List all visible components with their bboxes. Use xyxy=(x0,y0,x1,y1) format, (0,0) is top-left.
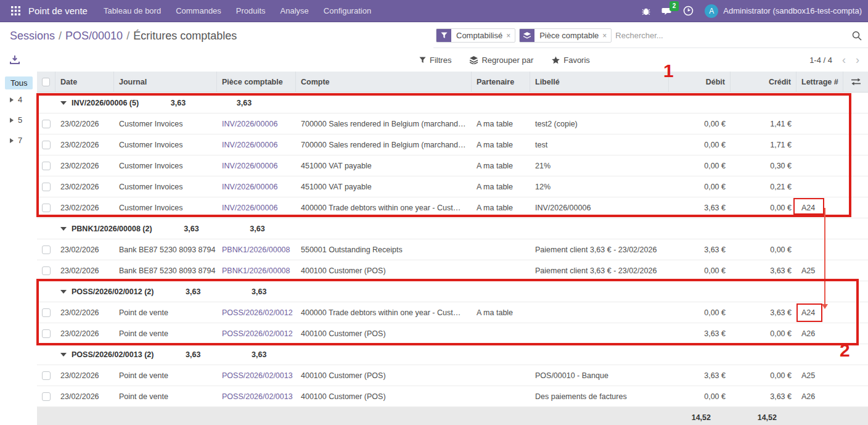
row-checkbox[interactable] xyxy=(42,183,51,191)
cell-piece-link[interactable]: PBNK1/2026/00008 xyxy=(222,246,290,254)
cell-partenaire: A ma table xyxy=(472,183,530,191)
col-header-journal[interactable]: Journal xyxy=(114,72,217,93)
group-debit-total: 3,63 xyxy=(144,99,205,107)
group-credit-total: 3,63 xyxy=(205,99,271,107)
cell-piece-link[interactable]: INV/2026/00006 xyxy=(222,141,277,149)
cell-credit: 0,00 € xyxy=(731,204,796,212)
search-icon[interactable] xyxy=(852,31,862,41)
row-checkbox[interactable] xyxy=(42,308,51,317)
side-filter-label: 4 xyxy=(18,95,22,104)
group-title: INV/2026/00006 (5) xyxy=(72,99,139,107)
pager-next-icon[interactable]: › xyxy=(856,54,859,65)
journal-item-row[interactable]: 23/02/2026 Point de vente POSS/2026/02/0… xyxy=(37,323,868,344)
group-header-row[interactable]: INV/2026/00006 (5) 3,63 3,63 xyxy=(37,93,868,113)
journal-item-row[interactable]: 23/02/2026 Bank BE87 5230 8093 8794 PBNK… xyxy=(37,260,868,281)
menu-tableau-de-bord[interactable]: Tableau de bord xyxy=(97,2,167,19)
journal-item-row[interactable]: 23/02/2026 Customer Invoices INV/2026/00… xyxy=(37,113,868,134)
cell-date: 23/02/2026 xyxy=(55,371,114,380)
user-menu[interactable]: A Administrator (sandbox16-test-compta) xyxy=(700,4,862,18)
menu-commandes[interactable]: Commandes xyxy=(170,2,227,19)
row-checkbox[interactable] xyxy=(42,329,51,338)
cell-debit: 0,00 € xyxy=(669,120,731,128)
cell-piece-link[interactable]: PBNK1/2026/00008 xyxy=(222,266,290,275)
cell-piece-link[interactable]: INV/2026/00006 xyxy=(222,204,277,212)
group-expanded-caret-icon xyxy=(60,101,67,105)
messages-icon[interactable]: 2 xyxy=(658,2,676,20)
side-filter-group-4[interactable]: 4 xyxy=(0,89,37,110)
activities-clock-icon[interactable] xyxy=(679,2,697,20)
facet-remove-icon[interactable]: × xyxy=(506,29,515,42)
journal-item-row[interactable]: 23/02/2026 Point de vente POSS/2026/02/0… xyxy=(37,302,868,323)
total-debit: 14,52 xyxy=(669,413,731,422)
col-header-libelle[interactable]: Libellé xyxy=(530,72,669,93)
journal-item-row[interactable]: 23/02/2026 Customer Invoices INV/2026/00… xyxy=(37,134,868,155)
cell-piece-link[interactable]: INV/2026/00006 xyxy=(222,120,277,128)
journal-items-table: Date Journal Pièce comptable Compte Part… xyxy=(37,72,868,425)
cell-piece-link[interactable]: POSS/2026/02/0013 xyxy=(222,371,293,380)
journal-item-row[interactable]: 23/02/2026 Customer Invoices INV/2026/00… xyxy=(37,197,868,218)
cell-libelle: INV/2026/00006 xyxy=(530,204,669,212)
cell-piece-link[interactable]: INV/2026/00006 xyxy=(222,162,277,170)
facet-remove-icon[interactable]: × xyxy=(602,29,611,42)
group-header-row[interactable]: PBNK1/2026/00008 (2) 3,63 3,63 xyxy=(37,218,868,239)
journal-item-row[interactable]: 23/02/2026 Bank BE87 5230 8093 8794 PBNK… xyxy=(37,239,868,260)
cell-date: 23/02/2026 xyxy=(55,246,114,254)
group-header-row[interactable]: POSS/2026/02/0013 (2) 3,63 3,63 xyxy=(37,344,868,365)
row-checkbox[interactable] xyxy=(42,162,51,170)
pager-previous-icon[interactable]: ‹ xyxy=(842,54,846,65)
favorites-button[interactable]: Favoris xyxy=(552,56,590,65)
cell-date: 23/02/2026 xyxy=(55,120,114,128)
col-header-debit[interactable]: Débit xyxy=(669,72,731,93)
journal-item-row[interactable]: 23/02/2026 Customer Invoices INV/2026/00… xyxy=(37,155,868,176)
table-header-row: Date Journal Pièce comptable Compte Part… xyxy=(37,72,868,93)
col-header-date[interactable]: Date xyxy=(55,72,114,93)
side-filter-group-5[interactable]: 5 xyxy=(0,110,37,130)
breadcrumb-pos-00010[interactable]: POS/00010 xyxy=(65,30,123,42)
cell-piece-link[interactable]: INV/2026/00006 xyxy=(222,183,277,191)
cell-journal: Customer Invoices xyxy=(114,141,217,149)
bug-icon[interactable] xyxy=(637,2,655,20)
group-title: POSS/2026/02/0013 (2) xyxy=(72,350,154,359)
col-header-compte[interactable]: Compte xyxy=(296,72,472,93)
group-by-label: Regrouper par xyxy=(481,56,533,65)
col-header-partenaire[interactable]: Partenaire xyxy=(472,72,530,93)
row-checkbox[interactable] xyxy=(42,392,51,401)
journal-item-row[interactable]: 23/02/2026 Point de vente POSS/2026/02/0… xyxy=(37,365,868,386)
optional-columns-icon[interactable] xyxy=(851,78,861,86)
col-header-credit[interactable]: Crédit xyxy=(731,72,796,93)
cell-piece-link[interactable]: POSS/2026/02/0012 xyxy=(222,329,293,338)
breadcrumb-sessions[interactable]: Sessions xyxy=(10,30,55,42)
row-checkbox[interactable] xyxy=(42,120,51,128)
download-icon[interactable] xyxy=(10,56,20,65)
group-by-icon xyxy=(520,29,534,42)
search-input[interactable] xyxy=(615,31,848,40)
row-checkbox[interactable] xyxy=(42,371,51,380)
group-by-button[interactable]: Regrouper par xyxy=(470,56,533,65)
select-all-checkbox[interactable] xyxy=(42,78,50,86)
cell-journal: Point de vente xyxy=(114,329,217,338)
apps-grid-icon[interactable] xyxy=(6,2,25,20)
side-filter-all[interactable]: Tous xyxy=(5,76,33,89)
col-header-lettrage[interactable]: Lettrage # xyxy=(796,72,843,93)
cell-credit: 0,00 € xyxy=(731,246,796,254)
cell-debit: 0,00 € xyxy=(669,392,731,401)
row-checkbox[interactable] xyxy=(42,141,51,149)
search-bar: Comptabilisé × Pièce comptable × xyxy=(433,22,868,48)
cell-piece-link[interactable]: POSS/2026/02/0012 xyxy=(222,308,293,317)
cell-piece-link[interactable]: POSS/2026/02/0013 xyxy=(222,392,293,401)
app-name[interactable]: Point de vente xyxy=(28,6,88,16)
row-checkbox[interactable] xyxy=(42,266,51,275)
row-checkbox[interactable] xyxy=(42,204,51,212)
side-filter-group-7[interactable]: 7 xyxy=(0,130,37,151)
row-checkbox[interactable] xyxy=(42,246,51,254)
cell-libelle: test xyxy=(530,141,669,149)
filters-button[interactable]: Filtres xyxy=(419,56,451,65)
menu-configuration[interactable]: Configuration xyxy=(317,2,377,19)
col-header-piece[interactable]: Pièce comptable xyxy=(217,72,296,93)
group-header-row[interactable]: POSS/2026/02/0012 (2) 3,63 3,63 xyxy=(37,281,868,302)
main-menu: Tableau de bord Commandes Produits Analy… xyxy=(97,2,377,19)
journal-item-row[interactable]: 23/02/2026 Customer Invoices INV/2026/00… xyxy=(37,176,868,197)
menu-analyse[interactable]: Analyse xyxy=(274,2,315,19)
journal-item-row[interactable]: 23/02/2026 Point de vente POSS/2026/02/0… xyxy=(37,386,868,407)
menu-produits[interactable]: Produits xyxy=(230,2,272,19)
